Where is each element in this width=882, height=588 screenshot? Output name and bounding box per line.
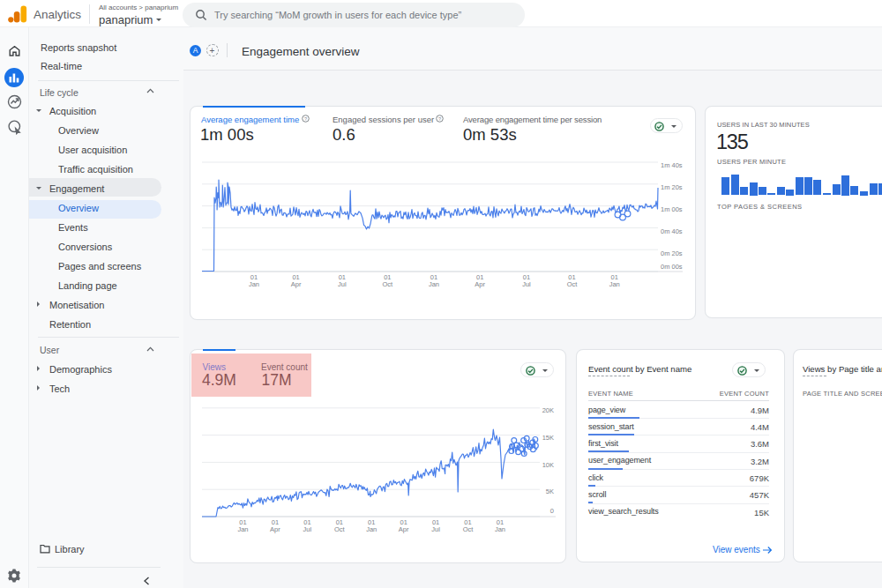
svg-text:?: ? [438, 116, 441, 122]
svg-text:?: ? [304, 116, 307, 122]
